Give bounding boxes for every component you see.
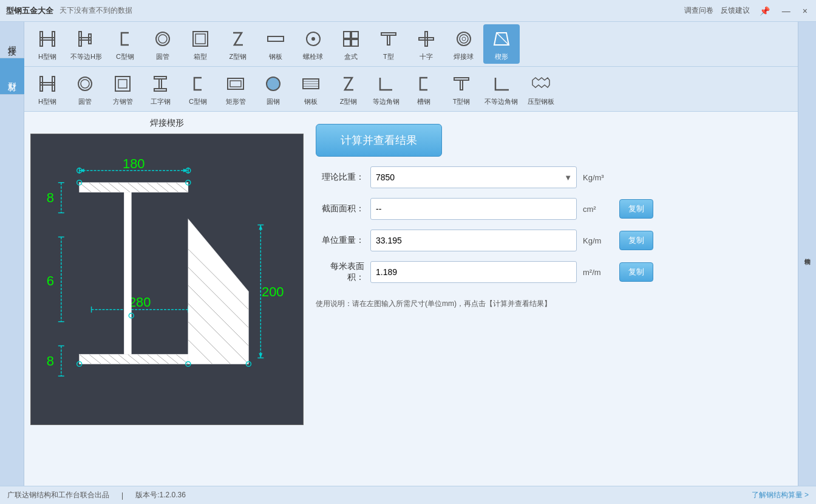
tool-unequal-angle[interactable]: 不等边角钢 [481,69,522,109]
cross-icon [414,27,438,51]
press-plate-label: 压型钢板 [528,97,554,106]
tool-steel-plate2[interactable]: 钢板 [293,69,329,109]
svg-text:8: 8 [47,190,54,205]
tool-steel-plate[interactable]: 钢板 [257,24,294,64]
tool-i-beam[interactable]: 工字钢 [142,69,178,109]
cross-section-unit: cm² [583,205,613,214]
work-area: 焊接楔形 180 [24,112,798,486]
c-weld-label: C型钢 [116,52,134,61]
unequal-angle-label: 不等边角钢 [484,97,518,106]
sidebar-tab-profile[interactable]: 型材 [0,58,24,95]
svg-point-7 [158,35,167,43]
z-weld-icon [226,27,250,51]
h-steel-icon [35,72,59,96]
feedback-link[interactable]: 反馈建议 [721,5,750,16]
density-select[interactable]: 7850 [370,166,577,188]
svg-rect-20 [419,38,433,40]
channel-icon [412,72,436,96]
tool-t-steel[interactable]: T型钢 [443,69,480,109]
tool-c-steel[interactable]: C型钢 [180,69,216,109]
density-unit: Kg/m³ [583,173,613,182]
unit-weight-input[interactable] [370,230,577,251]
svg-rect-15 [344,39,350,46]
surface-area-input[interactable] [370,261,577,283]
tool-round-pipe[interactable]: 圆管 [67,69,103,109]
square-pipe-label: 方钢管 [113,97,133,106]
svg-rect-37 [230,81,241,87]
svg-text:8: 8 [47,353,54,369]
svg-text:280: 280 [129,295,151,310]
cross-section-input[interactable] [370,198,577,220]
tool-box-style[interactable]: 盒式 [333,24,369,64]
cross-label: 十字 [420,52,433,61]
trapezoid-icon [489,27,514,51]
tool-round-tube[interactable]: 圆管 [144,24,181,64]
tool-t-weld[interactable]: T型 [370,24,407,64]
svg-point-38 [267,77,280,90]
steel-plate2-icon [299,72,323,96]
drawing-panel: 焊接楔形 180 [30,118,304,480]
steel-plate2-label: 钢板 [304,97,318,106]
svg-point-30 [81,80,89,88]
unequal-angle-icon [489,72,514,96]
unit-weight-copy-button[interactable]: 复制 [619,231,653,250]
channel-label: 槽钢 [417,97,430,106]
round-pipe-icon [73,72,97,96]
learn-more-link[interactable]: 了解钢结构算量 > [752,490,809,500]
unequal-h-label: 不等边H形 [70,52,102,61]
svg-point-12 [311,37,315,41]
pin-button[interactable]: 📌 [757,5,772,17]
round-steel-icon [261,72,285,96]
svg-rect-16 [352,39,358,46]
cross-section-copy-button[interactable]: 复制 [619,199,653,219]
i-beam-icon [148,72,172,96]
tool-square-pipe[interactable]: 方钢管 [104,69,141,109]
minimize-button[interactable]: — [780,5,793,17]
tool-bolt-ball[interactable]: 螺栓球 [295,24,332,64]
bolt-ball-label: 螺栓球 [303,52,323,61]
bolt-ball-icon [301,27,325,51]
tool-weld-ball[interactable]: 焊接球 [446,24,482,64]
round-steel-label: 圆钢 [267,97,280,106]
tool-rect-pipe[interactable]: 矩形管 [217,69,254,109]
tool-unequal-h[interactable]: 不等边H形 [67,24,106,64]
content-area: H型钢 不等边H形 C型钢 [24,22,798,486]
density-label: 理论比重： [316,172,364,183]
i-beam-label: 工字钢 [151,97,171,106]
drawing-svg: 180 8 6 [31,134,303,424]
tool-h-steel[interactable]: H型钢 [29,69,66,109]
main-layout: 焊接 型材 H型钢 不等边H形 [0,22,816,486]
tool-cross[interactable]: 十字 [408,24,444,64]
version-label: 版本号:1.2.0.36 [135,490,186,500]
svg-rect-46 [31,134,303,424]
svg-rect-13 [344,32,350,38]
separator: | [121,491,123,500]
c-weld-icon [113,27,137,51]
tool-box[interactable]: 箱型 [182,24,219,64]
equal-angle-label: 等边角钢 [373,97,399,106]
company-label: 广联达钢结构和工作台联合出品 [7,490,109,500]
tool-channel[interactable]: 槽钢 [406,69,442,109]
c-steel-icon [186,72,210,96]
close-button[interactable]: × [800,5,810,17]
calc-button[interactable]: 计算并查看结果 [316,124,442,157]
tool-h-type[interactable]: H型钢 [29,24,66,64]
tool-equal-angle[interactable]: 等边角钢 [368,69,404,109]
drawing-canvas[interactable]: 180 8 6 [30,134,304,425]
weld-ball-icon [452,27,476,51]
density-row: 理论比重： 7850 ▼ Kg/m³ [316,166,792,188]
density-select-wrap: 7850 ▼ [370,166,577,188]
tool-press-plate[interactable]: 压型钢板 [523,69,559,109]
sidebar-tab-welding[interactable]: 焊接 [0,22,24,58]
survey-link[interactable]: 调查问卷 [684,5,713,16]
rect-pipe-icon [223,72,248,96]
tool-z-weld[interactable]: Z型钢 [220,24,256,64]
tool-c-weld[interactable]: C型钢 [107,24,143,64]
svg-point-22 [460,35,468,43]
surface-area-copy-button[interactable]: 复制 [619,262,653,282]
tool-z-steel[interactable]: Z型钢 [330,69,367,109]
box-style-icon [339,27,363,51]
unit-weight-row: 单位重量： Kg/m 复制 [316,230,792,251]
tool-round-steel[interactable]: 圆钢 [255,69,291,109]
tool-trapezoid[interactable]: 楔形 [483,24,520,64]
